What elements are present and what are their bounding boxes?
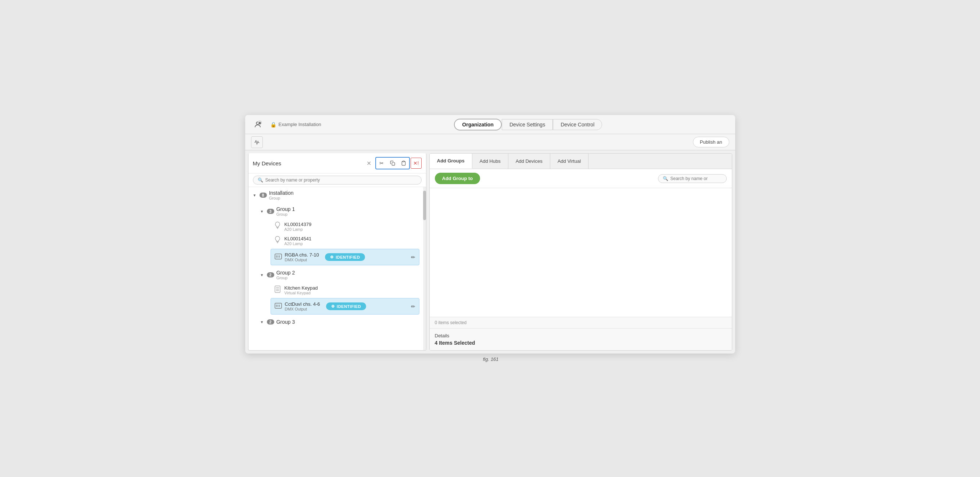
details-selected: 4 Items Selected: [435, 340, 727, 346]
close-button[interactable]: ✕: [364, 157, 375, 169]
search-icon: 🔍: [258, 178, 263, 183]
tab-device-control[interactable]: Device Control: [553, 119, 602, 130]
tab-add-virtual[interactable]: Add Virtual: [550, 154, 589, 169]
details-title: Details: [435, 333, 727, 339]
bulb-icon-2: [274, 236, 282, 246]
group-row-3[interactable]: ▼ 2 Group 3: [248, 316, 426, 328]
group-info-1: Group 1 Group: [277, 206, 295, 216]
edit-pencil-rgba[interactable]: ✏: [411, 254, 415, 260]
device-name-keypad: Kitchen Keypad: [285, 285, 318, 291]
rgba-name: RGBA chs. 7-10: [285, 252, 319, 258]
tab-add-groups[interactable]: Add Groups: [430, 154, 473, 169]
device-kl14379[interactable]: KL00014379 A20 Lamp: [248, 219, 426, 234]
publish-button[interactable]: Publish an: [693, 137, 729, 147]
panel-title: My Devices: [253, 160, 361, 167]
identify-btn-rgba[interactable]: ⊕ IDENTIFIED: [325, 253, 365, 261]
device-type-kl14541: A20 Lamp: [285, 242, 312, 246]
svg-text:⚙: ⚙: [258, 122, 260, 124]
arrow-icon: ▼: [253, 193, 257, 197]
identify-label-cctduvi: IDENTIFIED: [337, 304, 361, 309]
svg-rect-4: [402, 161, 404, 162]
user-icon[interactable]: ⚙: [251, 118, 264, 131]
cctduvi-device-info: CctDuvI chs. 4-6 DMX Output: [285, 301, 320, 311]
pulse-icon[interactable]: [251, 136, 263, 148]
identify-target-icon-2: ⊕: [331, 304, 335, 309]
identify-target-icon: ⊕: [330, 255, 334, 259]
right-panel-tabs: Add Groups Add Hubs Add Devices Add Virt…: [430, 154, 732, 169]
left-panel-header: My Devices ✕ ✂: [248, 153, 426, 173]
arrow-icon-3: ▼: [260, 320, 265, 324]
group-row-1[interactable]: ▼ 3 Group 1 Group: [248, 203, 426, 219]
edit-icon-group: ✂: [375, 157, 410, 169]
scrollbar-track: [423, 187, 426, 350]
device-cctduvi[interactable]: CctDuvI chs. 4-6 DMX Output ⊕ IDENTIFIED…: [270, 298, 419, 315]
identify-btn-cctduvi[interactable]: ⊕ IDENTIFIED: [326, 302, 366, 310]
device-rgba[interactable]: RGBA chs. 7-10 DMX Output ⊕ IDENTIFIED ✏: [270, 249, 419, 266]
group-info-installation: Installation Group: [269, 190, 294, 200]
svg-rect-3: [392, 162, 395, 165]
top-nav: ⚙ 🔒 Example Installation Organization De…: [245, 115, 735, 134]
right-panel-content: [430, 188, 732, 317]
nav-tabs: Organization Device Settings Device Cont…: [454, 119, 602, 130]
badge-group1: 3: [267, 209, 274, 214]
right-search-icon: 🔍: [663, 176, 668, 181]
main-content: My Devices ✕ ✂: [245, 150, 735, 353]
rgba-device-info: RGBA chs. 7-10 DMX Output: [285, 252, 319, 262]
right-panel-toolbar: Add Group to 🔍: [430, 169, 732, 188]
device-info-keypad: Kitchen Keypad Virtual Keypad: [285, 285, 318, 295]
installation-label: 🔒 Example Installation: [270, 122, 321, 127]
right-search-input[interactable]: [670, 176, 722, 181]
group-row-2[interactable]: ▼ 2 Group 2 Group: [248, 267, 426, 283]
copy-button[interactable]: [387, 157, 398, 169]
tab-organization[interactable]: Organization: [454, 119, 502, 130]
bulb-icon-1: [274, 222, 282, 232]
rgba-type: DMX Output: [285, 258, 319, 262]
tab-device-settings[interactable]: Device Settings: [502, 119, 553, 130]
cut-button[interactable]: ✂: [376, 157, 387, 169]
edit-pencil-cctduvi[interactable]: ✏: [411, 304, 415, 309]
right-search-wrap: 🔍: [658, 174, 727, 183]
group-name-installation: Installation: [269, 190, 294, 196]
badge-group2: 2: [267, 272, 274, 277]
arrow-icon-1: ▼: [260, 210, 265, 213]
identify-label-rgba: IDENTIFIED: [336, 255, 360, 259]
search-input-wrap: 🔍: [253, 176, 422, 184]
warning-button[interactable]: ✕!: [410, 157, 422, 169]
badge-installation: 8: [259, 192, 267, 198]
paste-button[interactable]: [398, 157, 409, 169]
badge-group3: 2: [267, 320, 274, 324]
scrollbar-thumb[interactable]: [423, 191, 426, 220]
device-name-kl14379: KL00014379: [285, 222, 312, 227]
search-input[interactable]: [266, 178, 417, 183]
group1-name: Group 1: [277, 206, 295, 212]
group-type-installation: Group: [269, 196, 294, 200]
svg-rect-13: [275, 303, 282, 308]
device-info-kl14541: KL00014541 A20 Lamp: [285, 236, 312, 246]
device-tree: ▼ 8 Installation Group ▼ 3 Group 1 Group: [248, 187, 426, 350]
svg-rect-5: [275, 254, 282, 259]
cctduvi-type: DMX Output: [285, 307, 320, 311]
dmx-icon-2: [275, 303, 282, 310]
device-name-kl14541: KL00014541: [285, 236, 312, 242]
search-bar: 🔍: [248, 173, 426, 187]
add-group-button[interactable]: Add Group to: [435, 173, 480, 184]
device-info-kl14379: KL00014379 A20 Lamp: [285, 222, 312, 232]
cctduvi-name: CctDuvI chs. 4-6: [285, 301, 320, 307]
header-icons: ✕ ✂: [364, 157, 422, 169]
tab-add-devices[interactable]: Add Devices: [508, 154, 550, 169]
device-kitchen-keypad[interactable]: Kitchen Keypad Virtual Keypad: [248, 283, 426, 297]
tab-add-hubs[interactable]: Add Hubs: [473, 154, 508, 169]
device-kl14541[interactable]: KL00014541 A20 Lamp: [248, 234, 426, 248]
keypad-icon: [274, 286, 282, 295]
items-selected-label: 0 items selected: [430, 317, 732, 328]
fig-caption: fig. 161: [482, 353, 499, 362]
group-info-3: Group 3: [277, 319, 295, 325]
second-toolbar: Publish an: [245, 134, 735, 150]
lock-icon: 🔒: [270, 122, 277, 127]
group-row-installation[interactable]: ▼ 8 Installation Group: [248, 187, 426, 203]
device-type-keypad: Virtual Keypad: [285, 291, 318, 295]
group2-type: Group: [277, 276, 295, 280]
dmx-icon-1: [275, 254, 282, 261]
device-type-kl14379: A20 Lamp: [285, 227, 312, 232]
group-info-2: Group 2 Group: [277, 270, 295, 280]
